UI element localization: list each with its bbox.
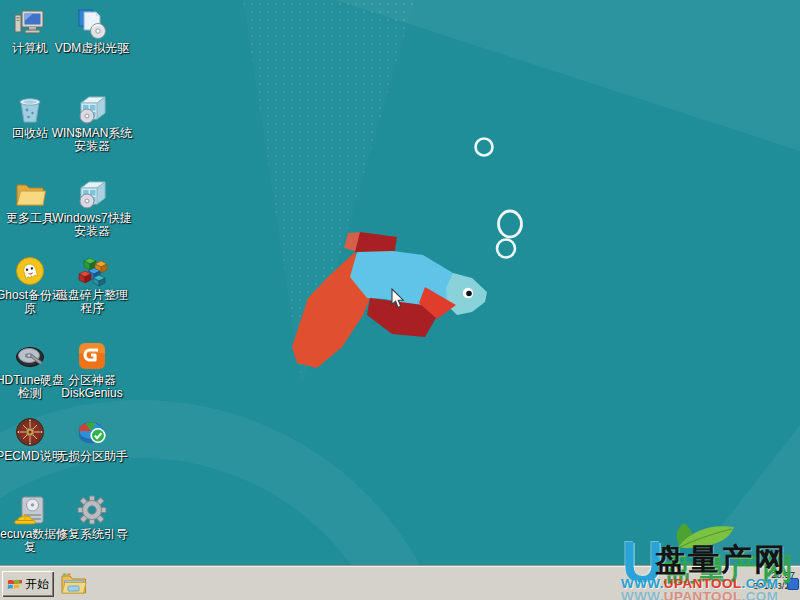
folder-icon: [14, 178, 46, 210]
tray-indicator-icon[interactable]: [787, 578, 799, 590]
desktop-icon-grid: 计算机VDM虚拟光驱回收站WIN$MAN系统安装器更多工具Windows7快捷安…: [0, 0, 200, 566]
desktop-icon-label: 无损分区助手: [51, 450, 133, 463]
desktop-icon-label: 磁盘碎片整理程序: [51, 289, 133, 315]
taskbar: 开始 20:57 2012/3/25: [0, 566, 800, 600]
desktop-icon-label: WIN$MAN系统安装器: [51, 127, 133, 153]
start-button[interactable]: 开始: [2, 571, 54, 597]
virtual-cdrom-icon: [76, 8, 108, 40]
bubbles: [465, 130, 535, 270]
bubble: [497, 240, 515, 258]
system-installer-icon: [76, 93, 108, 125]
computer-icon: [14, 8, 46, 40]
diskgenius-icon: [76, 340, 108, 372]
desktop-icon-virtual-cdrom[interactable]: VDM虚拟光驱: [51, 8, 133, 55]
system-installer-icon: [76, 178, 108, 210]
partition-assistant-icon: [76, 416, 108, 448]
desktop-icon-diskgenius[interactable]: 分区神器DiskGenius: [51, 340, 133, 400]
hdd-test-icon: [14, 340, 46, 372]
pe-desktop-screen: 计算机VDM虚拟光驱回收站WIN$MAN系统安装器更多工具Windows7快捷安…: [0, 0, 800, 600]
mouse-cursor: [391, 288, 405, 309]
ghost-backup-icon: [14, 255, 46, 287]
betta-fish-logo: [280, 205, 490, 390]
start-button-label: 开始: [25, 576, 49, 593]
defrag-icon: [76, 255, 108, 287]
desktop-icon-partition-assistant[interactable]: 无损分区助手: [51, 416, 133, 463]
explorer-folder-icon: [60, 570, 88, 598]
recuva-icon: [14, 494, 46, 526]
bubble: [499, 211, 522, 237]
desktop-icon-label: VDM虚拟光驱: [51, 42, 133, 55]
explorer-quicklaunch-button[interactable]: [60, 570, 88, 598]
pecmd-icon: [14, 416, 46, 448]
desktop-icon-label: 分区神器DiskGenius: [51, 374, 133, 400]
desktop-icon-boot-repair[interactable]: 修复系统引导: [51, 494, 133, 541]
desktop-icon-system-installer[interactable]: WIN$MAN系统安装器: [51, 93, 133, 153]
windows-flag-icon: [7, 577, 22, 592]
desktop-icon-label: 修复系统引导: [51, 528, 133, 541]
recycle-bin-icon: [14, 93, 46, 125]
desktop-icon-label: Windows7快捷安装器: [51, 212, 133, 238]
boot-repair-icon: [76, 494, 108, 526]
desktop-icon-system-installer[interactable]: Windows7快捷安装器: [51, 178, 133, 238]
bubble: [476, 139, 493, 156]
desktop-icon-defrag[interactable]: 磁盘碎片整理程序: [51, 255, 133, 315]
